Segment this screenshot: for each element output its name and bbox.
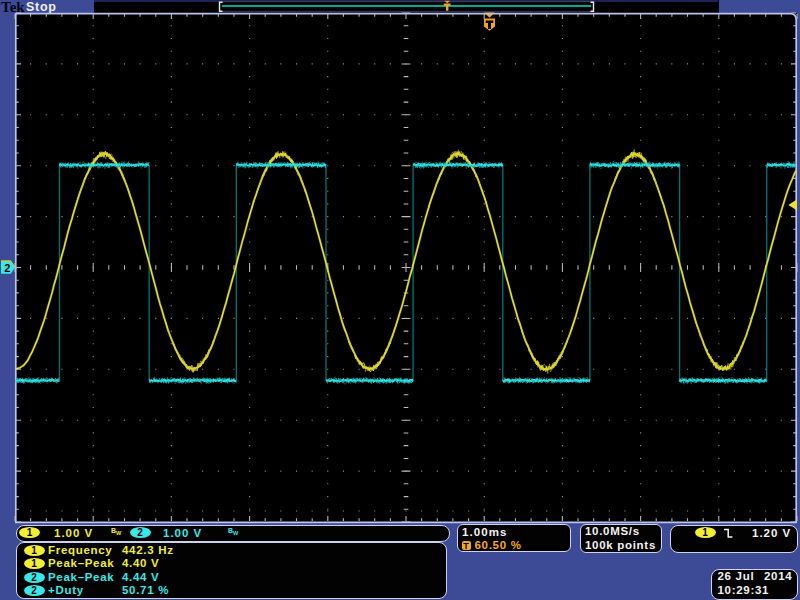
svg-text:2: 2 [4,262,10,274]
